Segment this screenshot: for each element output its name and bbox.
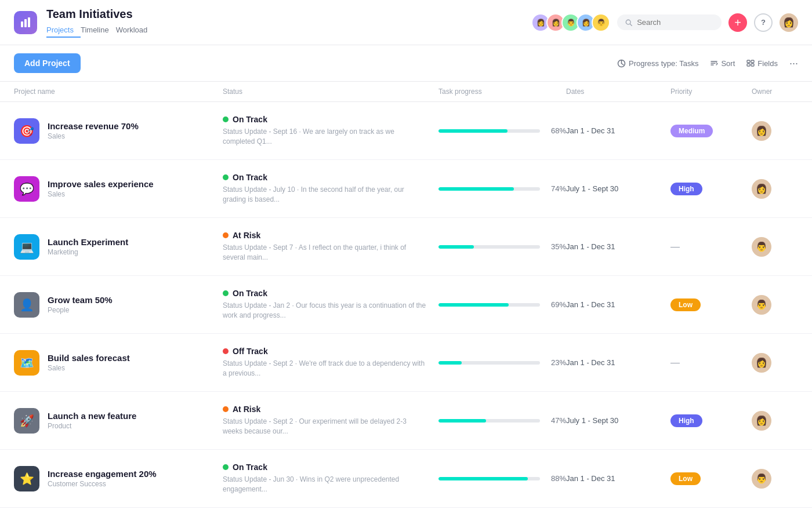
owner-cell: 👩 bbox=[752, 179, 798, 199]
header-title-area: Team Initiatives Projects Timeline Workl… bbox=[46, 7, 522, 38]
progress-bar-bg bbox=[438, 361, 540, 365]
priority-cell: — bbox=[670, 358, 752, 368]
project-info: Launch Experiment Marketing bbox=[48, 237, 128, 256]
project-name: Grow team 50% bbox=[48, 295, 113, 305]
svg-rect-10 bbox=[751, 60, 754, 63]
sort-icon bbox=[710, 59, 718, 67]
priority-cell: High bbox=[670, 183, 752, 195]
table-row[interactable]: 🚀 Launch a new feature Product At Risk S… bbox=[0, 392, 812, 450]
priority-cell: High bbox=[670, 414, 752, 427]
status-dot bbox=[223, 464, 229, 470]
table-row[interactable]: 🗺️ Build sales forecast Sales Off Track … bbox=[0, 334, 812, 392]
status-label: On Track bbox=[233, 173, 267, 182]
sort-action[interactable]: Sort bbox=[710, 59, 735, 68]
priority-badge: Medium bbox=[670, 125, 713, 137]
help-button[interactable]: ? bbox=[754, 13, 773, 32]
fields-action[interactable]: Fields bbox=[746, 59, 778, 68]
progress-pct: 23% bbox=[546, 358, 566, 367]
avatar: 👨 bbox=[592, 13, 610, 32]
status-label: On Track bbox=[233, 463, 267, 472]
progress-bar-fill bbox=[438, 419, 486, 423]
status-dot bbox=[223, 348, 229, 354]
progress-cell: 74% bbox=[438, 184, 566, 193]
status-cell: On Track Status Update - Jun 30 · Wins i… bbox=[223, 463, 438, 494]
progress-bar-bg bbox=[438, 129, 540, 133]
project-info: Grow team 50% People bbox=[48, 295, 113, 314]
col-owner: Owner bbox=[752, 88, 798, 96]
owner-avatar: 👩 bbox=[752, 121, 771, 141]
fields-label: Fields bbox=[757, 59, 778, 68]
project-icon: 🗺️ bbox=[14, 350, 39, 376]
more-options-button[interactable]: ··· bbox=[789, 57, 798, 70]
col-priority: Priority bbox=[670, 88, 752, 96]
progress-cell: 23% bbox=[438, 358, 566, 367]
status-update: Status Update - Sept 7 · As I reflect on… bbox=[223, 243, 427, 263]
project-info: Increase engagement 20% Customer Success bbox=[48, 469, 157, 488]
project-name: Improve sales experience bbox=[48, 179, 154, 189]
owner-avatar: 👩 bbox=[752, 179, 771, 199]
project-icon: 🎯 bbox=[14, 118, 39, 144]
table-row[interactable]: 👤 Grow team 50% People On Track Status U… bbox=[0, 276, 812, 334]
table-row[interactable]: 💻 Launch Experiment Marketing At Risk St… bbox=[0, 218, 812, 276]
project-icon: 🚀 bbox=[14, 408, 39, 434]
table-row[interactable]: ⭐ Increase engagement 20% Customer Succe… bbox=[0, 450, 812, 508]
status-indicator: On Track bbox=[223, 115, 427, 124]
project-name: Increase revenue 70% bbox=[48, 121, 139, 131]
owner-avatar: 👩 bbox=[752, 353, 771, 373]
progress-pct: 47% bbox=[546, 416, 566, 425]
priority-none: — bbox=[670, 358, 680, 367]
progress-pct: 35% bbox=[546, 242, 566, 251]
status-cell: At Risk Status Update - Sept 7 · As I re… bbox=[223, 231, 438, 263]
priority-badge: High bbox=[670, 414, 702, 427]
status-dot bbox=[223, 174, 229, 180]
owner-cell: 👨 bbox=[752, 295, 798, 315]
owner-cell: 👩 bbox=[752, 411, 798, 431]
nav-workload[interactable]: Workload bbox=[116, 23, 155, 38]
svg-line-4 bbox=[630, 24, 632, 26]
project-team: Marketing bbox=[48, 248, 128, 256]
header: Team Initiatives Projects Timeline Workl… bbox=[0, 0, 812, 45]
project-icon: ⭐ bbox=[14, 466, 39, 491]
progress-cell: 88% bbox=[438, 474, 566, 483]
progress-cell: 68% bbox=[438, 126, 566, 135]
progress-pct: 88% bbox=[546, 474, 566, 483]
progress-cell: 47% bbox=[438, 416, 566, 425]
project-name-cell: 💻 Launch Experiment Marketing bbox=[14, 234, 223, 260]
col-dates: Dates bbox=[566, 88, 670, 96]
nav-timeline[interactable]: Timeline bbox=[81, 23, 116, 38]
status-label: At Risk bbox=[233, 231, 260, 240]
dates-cell: Jan 1 - Dec 31 bbox=[566, 358, 670, 367]
search-icon bbox=[625, 19, 632, 27]
status-update: Status Update - Sept 2 · Our experiment … bbox=[223, 417, 427, 436]
table-row[interactable]: 💬 Improve sales experience Sales On Trac… bbox=[0, 160, 812, 218]
progress-bar-bg bbox=[438, 477, 540, 480]
progress-bar-fill bbox=[438, 361, 462, 365]
team-avatars: 👩 👩 👨 👩 👨 bbox=[531, 13, 610, 32]
project-team: Customer Success bbox=[48, 480, 157, 488]
status-indicator: At Risk bbox=[223, 405, 427, 414]
owner-cell: 👨 bbox=[752, 237, 798, 257]
progress-bar-fill bbox=[438, 245, 474, 249]
status-label: On Track bbox=[233, 115, 267, 124]
table-row[interactable]: 🎯 Increase revenue 70% Sales On Track St… bbox=[0, 102, 812, 160]
search-box[interactable] bbox=[617, 14, 722, 30]
project-name-cell: ⭐ Increase engagement 20% Customer Succe… bbox=[14, 466, 223, 491]
project-info: Launch a new feature Product bbox=[48, 411, 136, 430]
toolbar: Add Project Progress type: Tasks Sort bbox=[0, 45, 812, 82]
svg-rect-12 bbox=[751, 64, 754, 66]
project-info: Increase revenue 70% Sales bbox=[48, 121, 139, 140]
svg-rect-0 bbox=[21, 21, 23, 27]
svg-rect-2 bbox=[28, 17, 30, 27]
table-header: Project name Status Task progress Dates … bbox=[0, 82, 812, 102]
progress-bar-bg bbox=[438, 187, 540, 191]
search-input[interactable] bbox=[637, 18, 713, 27]
nav-projects[interactable]: Projects bbox=[46, 23, 81, 38]
add-button[interactable]: + bbox=[728, 13, 747, 32]
progress-type-action[interactable]: Progress type: Tasks bbox=[617, 59, 698, 68]
status-dot bbox=[223, 290, 229, 296]
add-project-button[interactable]: Add Project bbox=[14, 53, 81, 73]
status-indicator: On Track bbox=[223, 173, 427, 182]
priority-cell: — bbox=[670, 242, 752, 252]
user-avatar[interactable]: 👩 bbox=[780, 13, 798, 32]
project-info: Build sales forecast Sales bbox=[48, 353, 130, 372]
